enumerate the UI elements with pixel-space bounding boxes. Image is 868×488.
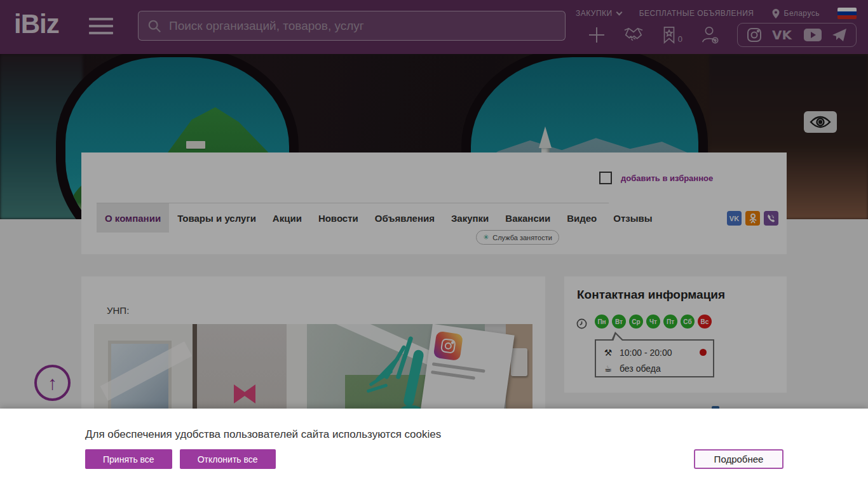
viber-icon[interactable] <box>764 211 778 226</box>
header-icons: 0 VK <box>588 23 857 47</box>
accept-all-button[interactable]: Принять все <box>85 449 172 469</box>
contact-info-title: Контактная информация <box>577 288 725 302</box>
company-social-links: VK <box>727 211 778 226</box>
instagram-icon[interactable] <box>747 27 762 43</box>
add-user-icon <box>700 25 719 44</box>
login-button[interactable] <box>700 25 719 44</box>
tab-about[interactable]: О компании <box>97 203 169 233</box>
vk-icon[interactable]: VK <box>727 211 742 226</box>
search-icon <box>147 19 161 33</box>
decline-all-button[interactable]: Отклонить все <box>180 449 276 469</box>
handshake-icon <box>623 26 644 44</box>
tab-products[interactable]: Товары и услуги <box>169 203 264 233</box>
zakupki-link[interactable]: ЗАКУПКИ <box>576 9 621 18</box>
tab-ads[interactable]: Объявления <box>367 203 443 233</box>
cookie-banner: Для обеспечения удобства пользователей с… <box>0 409 868 488</box>
header: iBiz ЗАКУПКИ БЕСПЛАТНЫЕ ОБЪЯВЛЕНИЯ Белар… <box>0 0 868 54</box>
day-badge: Ср <box>629 315 643 329</box>
svg-text:VK: VK <box>772 28 792 42</box>
bookmark-star-icon <box>661 26 677 44</box>
search-input[interactable] <box>169 19 556 33</box>
status-dot <box>700 349 707 356</box>
tab-video[interactable]: Видео <box>559 203 605 233</box>
day-badge: Вс <box>698 315 712 329</box>
bookmarks-count: 0 <box>678 34 682 44</box>
lunch-info: без обеда <box>620 363 661 374</box>
clock-icon <box>576 318 587 329</box>
coffee-icon: ☕ <box>602 363 614 374</box>
youtube-icon[interactable] <box>804 28 822 42</box>
up-arrow-icon: ↑ <box>48 372 57 394</box>
logo[interactable]: iBiz <box>14 9 59 39</box>
favorites-label: добавить в избранное <box>621 173 713 183</box>
chevron-down-icon <box>616 9 622 15</box>
working-days: Пн Вт Ср Чт Пт Сб Вс <box>595 315 712 329</box>
page: iBiz ЗАКУПКИ БЕСПЛАТНЫЕ ОБЪЯВЛЕНИЯ Белар… <box>0 0 868 488</box>
working-hours-tooltip: ⚒ 10:00 - 20:00 ☕ без обеда <box>595 339 714 377</box>
company-tabs: О компании Товары и услуги Акции Новости… <box>97 203 661 233</box>
search-bar <box>138 11 566 41</box>
add-organization-button[interactable] <box>588 26 606 44</box>
region-selector[interactable]: Беларусь <box>772 9 820 18</box>
day-badge: Пн <box>595 315 609 329</box>
day-badge: Сб <box>681 315 695 329</box>
vk-icon[interactable]: VK <box>772 28 794 42</box>
tab-news[interactable]: Новости <box>310 203 367 233</box>
details-button[interactable]: Подробнее <box>694 449 783 469</box>
add-to-favorites[interactable]: добавить в избранное <box>599 172 713 184</box>
accessibility-version-button[interactable] <box>804 111 837 133</box>
working-hours: 10:00 - 20:00 <box>620 348 672 358</box>
day-badge: Пт <box>663 315 677 329</box>
ok-icon[interactable] <box>745 211 760 226</box>
scroll-to-top-button[interactable]: ↑ <box>34 365 71 401</box>
spark-icon: ✳ <box>483 233 489 241</box>
favorites-checkbox[interactable] <box>599 172 612 184</box>
contact-info-card: Контактная информация Пн Вт Ср Чт Пт Сб … <box>564 276 787 393</box>
tab-vacancies[interactable]: Вакансии <box>497 203 559 233</box>
tab-reviews[interactable]: Отзывы <box>605 203 660 233</box>
bookmarks-button[interactable]: 0 <box>661 26 682 44</box>
cookie-message: Для обеспечения удобства пользователей с… <box>85 428 441 441</box>
tab-purchases[interactable]: Закупки <box>443 203 497 233</box>
employment-service-badge[interactable]: ✳ Служба занятости <box>476 230 559 245</box>
location-pin-icon <box>772 9 780 18</box>
hamburger-menu-icon[interactable] <box>89 18 113 36</box>
tab-promotions[interactable]: Акции <box>264 203 310 233</box>
eye-icon <box>810 115 831 129</box>
day-badge: Чт <box>646 315 660 329</box>
free-ads-link[interactable]: БЕСПЛАТНЫЕ ОБЪЯВЛЕНИЯ <box>639 9 754 18</box>
partners-button[interactable] <box>623 26 644 44</box>
company-header-card: добавить в избранное О компании Товары и… <box>81 152 787 254</box>
day-badge: Вт <box>612 315 626 329</box>
instagram-logo-icon <box>433 331 463 361</box>
telegram-icon[interactable] <box>832 28 847 42</box>
header-top-links: ЗАКУПКИ БЕСПЛАТНЫЕ ОБЪЯВЛЕНИЯ Беларусь <box>576 8 857 19</box>
plus-icon <box>588 26 606 44</box>
unp-label: УНП: <box>107 305 129 316</box>
tools-icon: ⚒ <box>602 348 614 358</box>
header-social-links: VK <box>737 23 857 47</box>
flag-ru-icon[interactable] <box>837 8 857 19</box>
